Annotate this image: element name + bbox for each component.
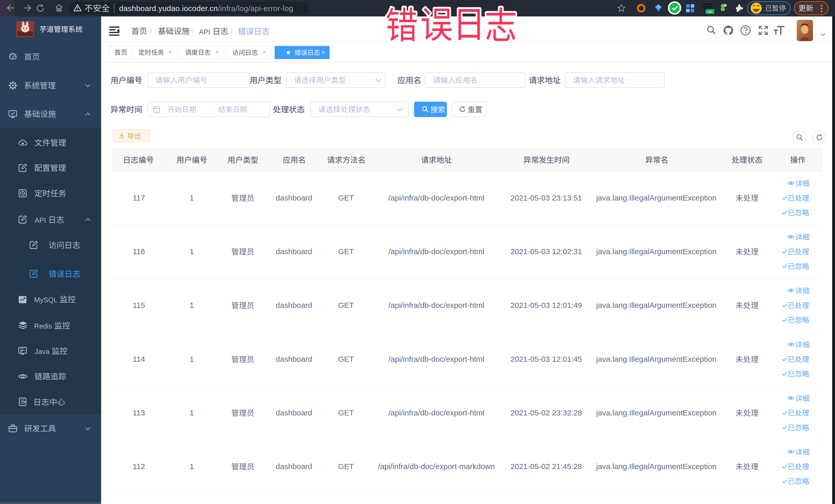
svg-text:on: on [708,10,712,14]
